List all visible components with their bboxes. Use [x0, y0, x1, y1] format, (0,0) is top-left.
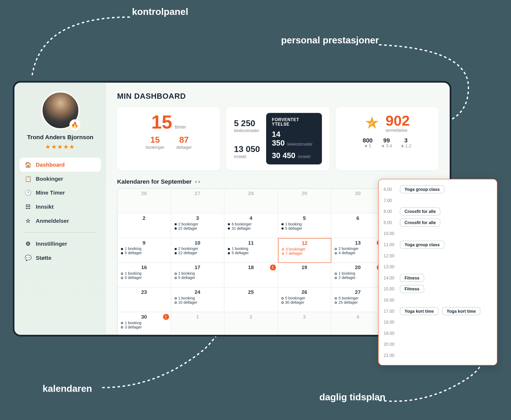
- nav-stotte[interactable]: 💬 Støtte: [20, 251, 101, 265]
- schedule-event[interactable]: Crossfit for alle: [400, 207, 440, 215]
- income-label: inntekt: [234, 154, 260, 159]
- calendar-cell[interactable]: 23: [118, 287, 171, 312]
- reviews-label: anmeldelse: [386, 127, 410, 132]
- schedule-time: 8.00: [384, 209, 397, 214]
- schedule-event[interactable]: Crossfit for alle: [400, 218, 440, 226]
- calendar-cell[interactable]: 241 booking10 deltager: [171, 287, 224, 312]
- hours-value: 15: [151, 112, 172, 132]
- calendar-cell[interactable]: 171 booking5 deltager: [171, 263, 224, 287]
- card-finance: 5 250leiekostnader 13 050inntekt FORVENT…: [226, 107, 329, 170]
- nav-bookinger[interactable]: 📋 Bookinger: [20, 172, 101, 186]
- schedule-event[interactable]: Yoga group class: [400, 240, 444, 248]
- calendar-cell[interactable]: 275 bookinger25 deltager: [331, 287, 385, 312]
- schedule-time: 10.00: [384, 231, 397, 236]
- calendar-cell[interactable]: 123 bookinger7 deltager: [278, 238, 331, 263]
- reviews-5-label: ★5: [363, 143, 373, 148]
- schedule-row: 20.00: [384, 339, 492, 350]
- rent-value: 5 250: [234, 118, 260, 128]
- clock-icon: 🕐: [25, 190, 32, 196]
- income-value: 13 050: [234, 144, 260, 154]
- calendar-cell[interactable]: 26: [118, 189, 171, 213]
- daily-schedule: 6.00Yoga group class7.008.00Crossfit for…: [378, 179, 497, 365]
- calendar-cell[interactable]: 102 bookinger22 deltager: [171, 238, 224, 263]
- gear-icon: ⚙: [25, 241, 32, 247]
- nav-mine-timer[interactable]: 🕐 Mine Timer: [20, 186, 101, 200]
- schedule-row: 10.00: [384, 228, 492, 239]
- warning-icon: !: [270, 265, 276, 270]
- schedule-row: 11.00Yoga group class: [384, 239, 492, 250]
- calendar-cell[interactable]: 161 booking5 deltager: [118, 263, 171, 287]
- calendar-cell[interactable]: 2: [224, 312, 278, 335]
- calendar-cell[interactable]: 18!: [224, 263, 278, 287]
- big-star-icon: ★✓: [364, 113, 380, 133]
- avatar[interactable]: 🔥: [41, 91, 79, 130]
- calendar-cell[interactable]: 32 bookinger22 deltager: [171, 213, 224, 238]
- schedule-time: 7.00: [384, 198, 397, 203]
- calendar-cell[interactable]: 301 booking3 deltager!: [118, 312, 171, 335]
- schedule-row: 12.00: [384, 250, 492, 261]
- forecast-rent-label: leiekostnader: [287, 142, 312, 147]
- schedule-row: 17.00Yoga kort timeYoga kort time: [384, 305, 492, 316]
- card-reviews: ★✓ 902anmeldelse 800★5 99★3-4 3★1-2: [335, 107, 439, 170]
- nav-label: Dashboard: [36, 162, 65, 168]
- reviews-34-value: 99: [381, 137, 392, 144]
- nav-dashboard[interactable]: 🏠 Dashboard: [20, 158, 101, 172]
- schedule-event[interactable]: Yoga kort time: [442, 307, 480, 315]
- calendar-title: Kalendaren for September: [117, 178, 192, 185]
- calendar-cell[interactable]: 51 booking5 deltager: [278, 213, 331, 238]
- calendar-cell[interactable]: 111 booking5 deltager: [224, 238, 278, 263]
- schedule-event[interactable]: Yoga group class: [400, 185, 444, 193]
- calendar-cell[interactable]: 27: [171, 189, 224, 213]
- schedule-event[interactable]: Fitness: [400, 274, 424, 282]
- calendar-cell[interactable]: 91 booking5 deltager: [118, 238, 171, 263]
- nav-label: Innsikt: [36, 204, 53, 210]
- schedule-row: 18.00: [384, 316, 492, 328]
- calendar-cell[interactable]: 4: [331, 312, 385, 335]
- home-icon: 🏠: [25, 162, 32, 168]
- nav-label: Bookinger: [36, 175, 63, 182]
- calendar-cell[interactable]: 132 bookinger4 deltager!: [331, 238, 385, 263]
- annotation-kalendaren: kalendaren: [43, 383, 92, 394]
- bookings-label: bookinger: [146, 145, 164, 150]
- schedule-event[interactable]: Fitness: [400, 285, 424, 293]
- nav-label: Anmeldelser: [36, 218, 69, 224]
- forecast-income-value: 30 450: [272, 151, 295, 160]
- calendar-cell[interactable]: 25: [224, 287, 278, 312]
- calendar-prev-next[interactable]: ‹ ›: [195, 179, 200, 184]
- schedule-row: 9.00Crossfit for alle: [384, 217, 492, 228]
- reviews-5-value: 800: [363, 137, 373, 144]
- schedule-row: 21.00: [384, 350, 492, 361]
- hours-unit: timer: [175, 124, 186, 130]
- schedule-time: 15.00: [384, 286, 397, 291]
- calendar-cell[interactable]: 265 bookinger30 deltager: [278, 287, 331, 312]
- calendar-cell[interactable]: 30: [331, 189, 385, 213]
- calendar-cell[interactable]: 19: [278, 263, 331, 287]
- schedule-time: 18.00: [384, 320, 397, 324]
- calendar-cell[interactable]: 3: [278, 312, 331, 335]
- forecast-income-label: inntekt: [298, 154, 310, 159]
- reviews-12-label: ★1-2: [401, 143, 411, 148]
- calendar-cell[interactable]: 28: [224, 189, 278, 213]
- calendar-cell[interactable]: 2: [118, 213, 171, 238]
- calendar-cell[interactable]: 6: [331, 213, 385, 238]
- reviews-34-label: ★3-4: [381, 143, 392, 148]
- schedule-time: 14.00: [384, 275, 397, 280]
- calendar-cell[interactable]: 29: [278, 189, 331, 213]
- schedule-row: 19.00: [384, 328, 492, 339]
- calendar-cell[interactable]: 46 bookinger31 deltager: [224, 213, 278, 238]
- card-hours: 15timer 15bookinger 87deltager: [117, 107, 220, 170]
- clipboard-icon: 📋: [25, 175, 32, 182]
- calendar-cell[interactable]: 201 booking2 deltager!: [331, 263, 385, 287]
- annotation-personal: personal prestasjoner: [281, 35, 379, 46]
- nav-innsikt[interactable]: ☷ Innsikt: [20, 200, 101, 214]
- schedule-event[interactable]: Yoga kort time: [400, 307, 438, 315]
- nav-anmeldelser[interactable]: ☆ Anmeldelser: [20, 214, 101, 228]
- schedule-time: 17.00: [384, 308, 397, 313]
- page-title: MIN DASHBOARD: [117, 92, 439, 101]
- schedule-time: 11.00: [384, 242, 397, 247]
- forecast-title: FORVENTET YTELSE: [272, 117, 316, 126]
- nav-innstillinger[interactable]: ⚙ Innstillinger: [20, 237, 101, 251]
- reviews-12-value: 3: [401, 137, 411, 144]
- calendar-cell[interactable]: 1: [171, 312, 224, 335]
- schedule-row: 14.00Fitness: [384, 272, 492, 283]
